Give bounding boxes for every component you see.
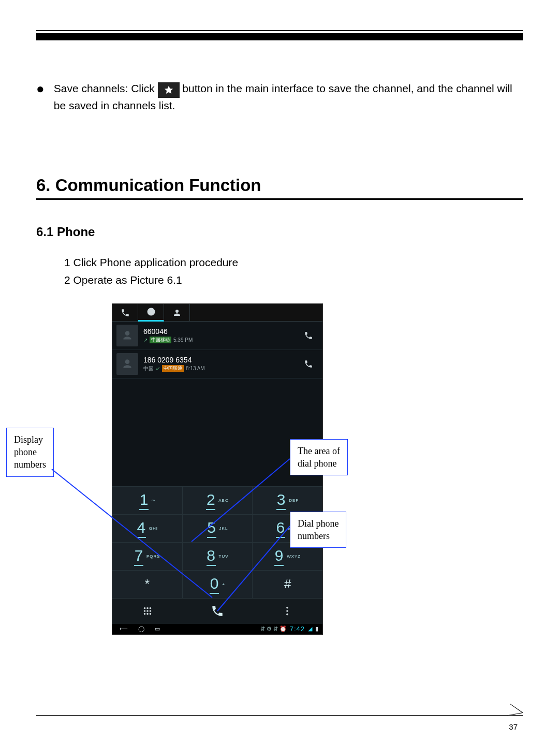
dialpad-key-0[interactable]: 0+ (183, 570, 253, 598)
svg-point-11 (286, 614, 288, 616)
tab-contacts[interactable] (164, 304, 190, 322)
step-list: Click Phone application procedure Operat… (64, 254, 523, 288)
dialpad-key-#[interactable]: # (253, 570, 322, 598)
dialpad-key-5[interactable]: 5JKL (183, 514, 253, 542)
dialpad-key-*[interactable]: * (112, 570, 183, 598)
status-icons: ⇵ ⚙ ⇵ ⏰ (260, 626, 287, 632)
battery-icon: ▮ (315, 626, 318, 632)
section-heading: 6. Communication Function (36, 176, 523, 200)
svg-point-3 (143, 610, 145, 612)
bullet-dot: ● (36, 81, 45, 113)
svg-point-0 (143, 607, 145, 609)
tab-dialer[interactable] (112, 304, 138, 322)
avatar-icon (116, 325, 138, 346)
dial-call-button[interactable] (182, 599, 252, 624)
nav-recent-icon[interactable]: ▭ (155, 626, 160, 632)
dialpad-toggle-button[interactable] (112, 599, 182, 624)
outgoing-arrow-icon: ↗ (143, 337, 148, 343)
svg-point-10 (286, 610, 288, 612)
call-number: 186 0209 6354 (143, 356, 299, 364)
svg-point-2 (149, 607, 151, 609)
call-log-item[interactable]: 186 0209 6354 中国 ↙ 中国联通 8:13 AM (112, 350, 322, 379)
phone-tabs (112, 304, 322, 322)
status-clock: 7:42 (290, 625, 305, 633)
dialer-action-row (112, 598, 322, 624)
svg-point-5 (149, 610, 151, 612)
android-navbar: ⟵ ◯ ▭ ⇵ ⚙ ⇵ ⏰ 7:42 ◢ ▮ (112, 624, 322, 634)
header-thick-rule (36, 33, 523, 40)
call-time: 8:13 AM (186, 366, 205, 371)
step-1: Click Phone application procedure (64, 254, 523, 271)
tab-recent[interactable] (138, 304, 164, 322)
svg-point-1 (146, 607, 149, 609)
header-thin-rule (36, 30, 523, 31)
bullet-save-channels: ● Save channels: Click button in the mai… (36, 81, 523, 113)
callout-dial-numbers: Dial phone numbers (290, 512, 346, 548)
nav-back-icon[interactable]: ⟵ (120, 626, 128, 632)
dialpad-key-3[interactable]: 3DEF (253, 486, 322, 514)
call-subprefix: 中国 (143, 365, 154, 372)
dialpad-key-8[interactable]: 8TUV (183, 542, 253, 570)
dialpad-key-1[interactable]: 1∞ (112, 486, 183, 514)
call-log-item[interactable]: 660046 ↗ 中国移动 5:39 PM (112, 322, 322, 350)
svg-point-9 (286, 607, 288, 609)
page-number: 37 (509, 722, 518, 731)
carrier-badge: 中国联通 (162, 365, 184, 372)
call-back-button[interactable] (299, 331, 318, 340)
call-back-button[interactable] (299, 359, 318, 369)
signal-icon: ◢ (308, 626, 312, 632)
callout-display-numbers: Display phone numbers (6, 428, 54, 477)
star-icon (158, 82, 180, 98)
call-number: 660046 (143, 327, 299, 336)
bullet-prefix: Save channels: Click (54, 82, 155, 94)
footer-rule (36, 715, 523, 716)
figure-6-1: 660046 ↗ 中国移动 5:39 PM 186 0209 635 (36, 303, 523, 656)
svg-point-8 (149, 613, 151, 615)
dialpad-key-7[interactable]: 7PQRS (112, 542, 183, 570)
callout-dial-area: The area of dial phone (290, 439, 348, 476)
overflow-menu-button[interactable] (253, 599, 322, 624)
call-log: 660046 ↗ 中国移动 5:39 PM 186 0209 635 (112, 322, 322, 379)
svg-point-4 (146, 610, 149, 612)
svg-point-6 (143, 613, 145, 615)
nav-home-icon[interactable]: ◯ (138, 626, 144, 632)
svg-point-7 (146, 613, 149, 615)
carrier-badge: 中国移动 (150, 337, 171, 343)
dialpad-key-4[interactable]: 4GHI (112, 514, 183, 542)
subsection-heading: 6.1 Phone (36, 225, 523, 239)
avatar-icon (116, 353, 138, 375)
incoming-arrow-icon: ↙ (156, 366, 160, 371)
step-2: Operate as Picture 6.1 (64, 271, 523, 289)
call-time: 5:39 PM (173, 337, 193, 343)
dialpad-key-2[interactable]: 2ABC (183, 486, 253, 514)
